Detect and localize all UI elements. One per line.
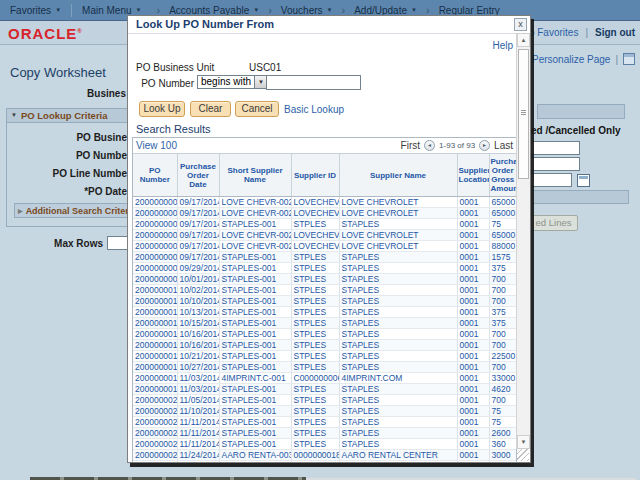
table-cell[interactable]: 0001 — [457, 219, 489, 230]
cancel-button[interactable]: Cancel — [235, 101, 279, 117]
column-header-supplier-location[interactable]: Supplier Location — [457, 154, 489, 197]
table-cell[interactable]: 0001 — [457, 285, 489, 296]
table-cell[interactable]: STAPLES — [339, 219, 457, 230]
table-cell[interactable]: 2000000010 — [133, 285, 177, 296]
table-cell[interactable]: STAPLES-001 — [219, 296, 291, 307]
table-cell[interactable]: 0001 — [457, 373, 489, 384]
table-cell[interactable]: LOVE CHEVROLET — [339, 230, 457, 241]
table-cell[interactable]: 0001 — [457, 274, 489, 285]
table-cell[interactable]: STPLES — [291, 307, 339, 318]
table-cell[interactable]: 2000000001 — [133, 197, 177, 208]
table-cell[interactable]: 22500 — [489, 351, 516, 362]
table-cell[interactable]: 2000000022 — [133, 417, 177, 428]
po-number-input[interactable] — [266, 75, 361, 90]
table-cell[interactable]: 2000000006 — [133, 252, 177, 263]
table-cell[interactable]: STAPLES — [339, 439, 457, 450]
table-cell[interactable]: 2000000011 — [133, 296, 177, 307]
table-cell[interactable]: STAPLES — [339, 285, 457, 296]
table-cell[interactable]: LOVECHEVR — [291, 241, 339, 252]
table-cell[interactable]: 0001 — [457, 329, 489, 340]
table-cell[interactable]: 10/16/2014 — [177, 340, 219, 351]
operator-dropdown[interactable]: begins with ▼ — [197, 75, 268, 89]
table-cell[interactable]: STAPLES — [339, 384, 457, 395]
table-cell[interactable]: STAPLES-001 — [219, 395, 291, 406]
table-cell[interactable]: STPLES — [291, 384, 339, 395]
table-cell[interactable]: 2000000004 — [133, 230, 177, 241]
table-cell[interactable]: 0001 — [457, 461, 489, 464]
table-cell[interactable]: 2000000021 — [133, 406, 177, 417]
table-cell[interactable]: 11/11/2014 — [177, 428, 219, 439]
table-cell[interactable]: STAPLES-001 — [219, 406, 291, 417]
table-cell[interactable]: 2000000019 — [133, 384, 177, 395]
table-cell[interactable]: 700 — [489, 285, 516, 296]
table-cell[interactable]: 10/02/2014 — [177, 285, 219, 296]
date-input-field[interactable] — [529, 173, 572, 187]
table-cell[interactable]: STAPLES-001 — [219, 417, 291, 428]
column-header-order-date[interactable]: Purchase Order Date — [177, 154, 219, 197]
table-cell[interactable]: 11/11/2014 — [177, 439, 219, 450]
table-cell[interactable]: 2000000023 — [133, 428, 177, 439]
table-cell[interactable]: STPLES — [291, 263, 339, 274]
table-cell[interactable]: 0000000008 — [291, 461, 339, 464]
table-cell[interactable]: 75 — [489, 417, 516, 428]
table-cell[interactable]: STAPLES — [339, 318, 457, 329]
modal-help-link[interactable]: Help — [492, 40, 513, 51]
scroll-down-icon[interactable]: ▼ — [517, 435, 530, 449]
table-cell[interactable]: STAPLES-001 — [219, 384, 291, 395]
table-cell[interactable]: STAPLES-001 — [219, 329, 291, 340]
table-cell[interactable]: 75 — [489, 406, 516, 417]
table-cell[interactable]: 10/21/2014 — [177, 351, 219, 362]
table-cell[interactable]: 10/01/2014 — [177, 274, 219, 285]
table-cell[interactable]: STPLES — [291, 395, 339, 406]
next-page-icon[interactable]: ► — [479, 140, 490, 151]
table-cell[interactable]: 700 — [489, 329, 516, 340]
table-cell[interactable]: 09/17/2014 — [177, 219, 219, 230]
table-cell[interactable]: 0001 — [457, 230, 489, 241]
table-cell[interactable]: 2000000009 — [133, 274, 177, 285]
table-cell[interactable]: STPLES — [291, 428, 339, 439]
table-cell[interactable]: 88000 — [489, 241, 516, 252]
table-cell[interactable]: 2000000012 — [133, 307, 177, 318]
table-cell[interactable]: 2000000005 — [133, 241, 177, 252]
table-cell[interactable]: 4620 — [489, 384, 516, 395]
criteria-input-field[interactable] — [529, 157, 580, 171]
table-cell[interactable]: 11/03/2014 — [177, 384, 219, 395]
table-cell[interactable]: STAPLES-001 — [219, 340, 291, 351]
breadcrumb-vouchers[interactable]: Vouchers ▼ — [277, 5, 337, 16]
close-icon[interactable]: x — [514, 18, 527, 31]
table-cell[interactable]: STAPLES-001 — [219, 362, 291, 373]
table-cell[interactable]: LOVE CHEVROLET — [339, 197, 457, 208]
table-cell[interactable]: 4IMPRINT.COM — [339, 373, 457, 384]
table-cell[interactable]: 09/17/2014 — [177, 208, 219, 219]
table-cell[interactable]: 11/03/2014 — [177, 373, 219, 384]
table-cell[interactable]: STAPLES — [339, 395, 457, 406]
last-link[interactable]: Last — [494, 140, 513, 151]
table-cell[interactable]: 2000000015 — [133, 340, 177, 351]
table-cell[interactable]: 09/17/2014 — [177, 252, 219, 263]
table-cell[interactable]: 11/10/2014 — [177, 406, 219, 417]
modal-scrollbar[interactable]: ▲ ▼ — [516, 33, 530, 449]
table-cell[interactable]: 2000000024 — [133, 439, 177, 450]
calendar-icon[interactable] — [577, 174, 590, 187]
table-cell[interactable]: 33000 — [489, 373, 516, 384]
table-cell[interactable]: 0001 — [457, 252, 489, 263]
table-cell[interactable]: 0001 — [457, 406, 489, 417]
table-cell[interactable]: 75 — [489, 219, 516, 230]
table-cell[interactable]: 10/16/2014 — [177, 329, 219, 340]
table-cell[interactable]: LOVE CHEVROLET — [339, 241, 457, 252]
table-cell[interactable]: 65000 — [489, 208, 516, 219]
new-window-icon[interactable] — [623, 53, 635, 65]
table-cell[interactable]: 375 — [489, 263, 516, 274]
first-link[interactable]: First — [401, 140, 420, 151]
breadcrumb-accounts-payable[interactable]: Accounts Payable ▼ — [165, 5, 263, 16]
nav-main-menu[interactable]: Main Menu ▼ — [72, 5, 151, 16]
table-cell[interactable]: STPLES — [291, 219, 339, 230]
table-cell[interactable]: 2000000018 — [133, 373, 177, 384]
table-cell[interactable]: LOVE CHEVROLET — [339, 208, 457, 219]
table-cell[interactable]: A ARRANGEM-001 — [219, 461, 291, 464]
view-100-link[interactable]: View 100 — [136, 140, 177, 151]
table-cell[interactable]: LOVE CHEVR-002 — [219, 197, 291, 208]
scrollbar-thumb[interactable] — [518, 49, 529, 179]
table-cell[interactable]: STAPLES-001 — [219, 439, 291, 450]
table-cell[interactable]: STAPLES — [339, 428, 457, 439]
